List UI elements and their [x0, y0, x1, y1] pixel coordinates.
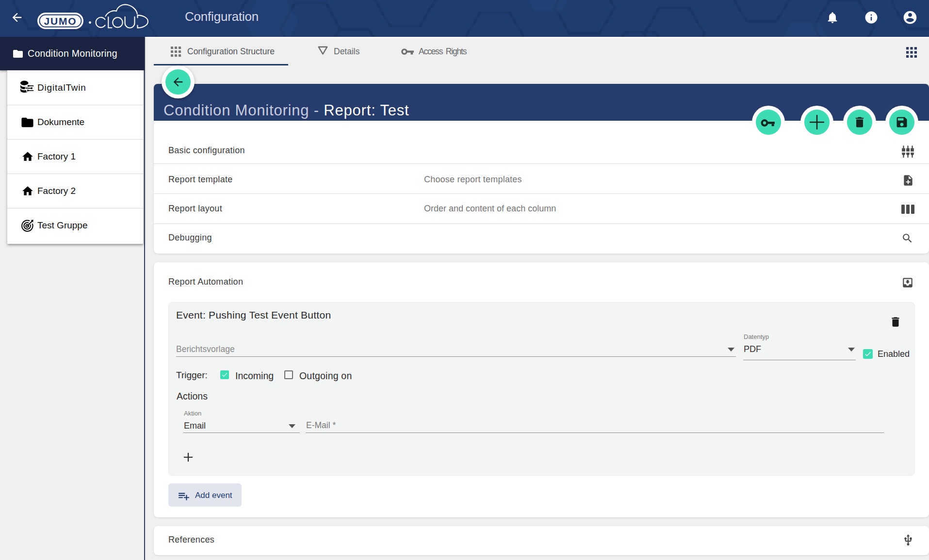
svg-text:JUMO: JUMO	[44, 16, 77, 27]
